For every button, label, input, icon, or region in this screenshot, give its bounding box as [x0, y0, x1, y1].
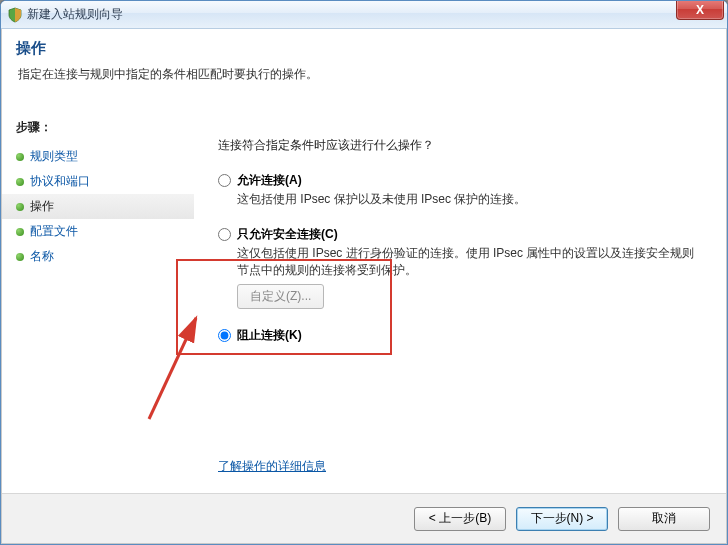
bullet-icon [16, 228, 24, 236]
bullet-icon [16, 253, 24, 261]
option-allow-title: 允许连接(A) [237, 172, 302, 189]
option-block-title: 阻止连接(K) [237, 327, 302, 344]
radio-allow[interactable] [218, 174, 231, 187]
radio-secure[interactable] [218, 228, 231, 241]
window-title: 新建入站规则向导 [27, 6, 123, 23]
option-secure-title: 只允许安全连接(C) [237, 226, 338, 243]
back-button[interactable]: < 上一步(B) [414, 507, 506, 531]
option-allow-desc: 这包括使用 IPsec 保护以及未使用 IPsec 保护的连接。 [237, 191, 697, 208]
option-allow-label[interactable]: 允许连接(A) [218, 172, 702, 189]
sidebar-item-label: 规则类型 [30, 148, 78, 165]
question-text: 连接符合指定条件时应该进行什么操作？ [218, 137, 702, 154]
sidebar-item-label: 协议和端口 [30, 173, 90, 190]
learn-more-link[interactable]: 了解操作的详细信息 [218, 458, 326, 475]
page-header: 操作 指定在连接与规则中指定的条件相匹配时要执行的操作。 [2, 29, 726, 85]
wizard-window: 新建入站规则向导 X 操作 指定在连接与规则中指定的条件相匹配时要执行的操作。 … [0, 0, 728, 545]
wizard-footer: < 上一步(B) 下一步(N) > 取消 [2, 493, 726, 543]
customize-button: 自定义(Z)... [237, 284, 324, 309]
option-secure-desc: 这仅包括使用 IPsec 进行身份验证的连接。使用 IPsec 属性中的设置以及… [237, 245, 697, 279]
close-icon: X [696, 3, 704, 17]
sidebar-item-label: 名称 [30, 248, 54, 265]
sidebar-item-protocol[interactable]: 协议和端口 [16, 169, 182, 194]
radio-block[interactable] [218, 329, 231, 342]
next-button[interactable]: 下一步(N) > [516, 507, 608, 531]
option-secure-label[interactable]: 只允许安全连接(C) [218, 226, 702, 243]
page-subtitle: 指定在连接与规则中指定的条件相匹配时要执行的操作。 [16, 66, 712, 83]
main-panel: 连接符合指定条件时应该进行什么操作？ 允许连接(A) 这包括使用 IPsec 保… [194, 109, 726, 493]
steps-sidebar: 步骤： 规则类型 协议和端口 操作 配置文件 名称 [2, 109, 194, 493]
sidebar-item-name[interactable]: 名称 [16, 244, 182, 269]
titlebar: 新建入站规则向导 X [1, 1, 727, 29]
sidebar-item-action[interactable]: 操作 [2, 194, 194, 219]
sidebar-item-label: 配置文件 [30, 223, 78, 240]
option-secure: 只允许安全连接(C) 这仅包括使用 IPsec 进行身份验证的连接。使用 IPs… [218, 226, 702, 310]
sidebar-item-ruletype[interactable]: 规则类型 [16, 144, 182, 169]
option-block: 阻止连接(K) [218, 327, 702, 344]
bullet-icon [16, 153, 24, 161]
sidebar-item-label: 操作 [30, 198, 54, 215]
option-block-label[interactable]: 阻止连接(K) [218, 327, 702, 344]
shield-icon [7, 7, 23, 23]
bullet-icon [16, 178, 24, 186]
sidebar-item-profile[interactable]: 配置文件 [16, 219, 182, 244]
page-title: 操作 [16, 39, 712, 58]
content-area: 操作 指定在连接与规则中指定的条件相匹配时要执行的操作。 步骤： 规则类型 协议… [1, 29, 727, 544]
close-button[interactable]: X [676, 0, 724, 20]
option-allow: 允许连接(A) 这包括使用 IPsec 保护以及未使用 IPsec 保护的连接。 [218, 172, 702, 208]
bullet-icon [16, 203, 24, 211]
sidebar-title: 步骤： [16, 119, 182, 136]
cancel-button[interactable]: 取消 [618, 507, 710, 531]
